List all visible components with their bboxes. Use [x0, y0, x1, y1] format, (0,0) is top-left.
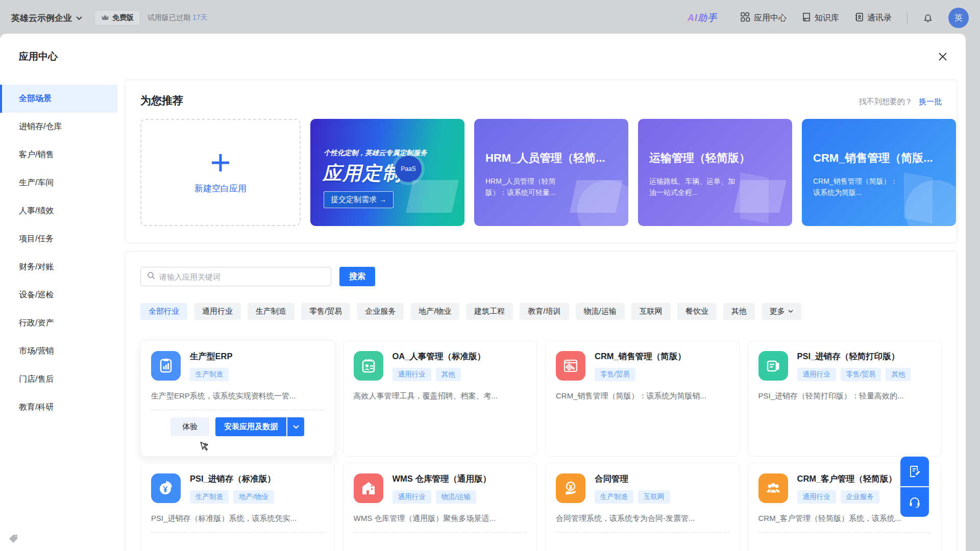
app-card-oa-hr[interactable]: OA_人事管理（标准版） 通用行业 其他 高效人事管理工具，覆盖招聘、档案、考.…: [343, 340, 537, 457]
sidebar-item-finance[interactable]: 财务/对账: [0, 253, 117, 281]
modal-title: 应用中心: [19, 50, 58, 63]
sidebar-item-hr[interactable]: 人事/绩效: [0, 197, 117, 225]
filter-construction[interactable]: 建筑工程: [466, 303, 513, 320]
app-tag: 企业服务: [841, 490, 879, 504]
floating-help-widget: [900, 457, 929, 517]
app-card-grid: 生产型ERP 生产制造 生产型ERP系统，该系统实现资料统一管... 体验 安装…: [140, 340, 942, 551]
card-divider: [354, 532, 527, 533]
nav-knowledge-base[interactable]: 知识库: [802, 12, 839, 24]
sidebar-item-customer-sales[interactable]: 客户/销售: [0, 141, 117, 169]
custom-app-banner[interactable]: 个性化定制，英雄云专属定制服务 应用定制 提交定制需求 → PaaS: [310, 119, 464, 226]
filter-all-industries[interactable]: 全部行业: [140, 303, 187, 320]
app-card-contract[interactable]: 合同管理 生产制造 互联网 合同管理系统，该系统专为合同-发票管...: [545, 463, 740, 551]
app-name: 生产型ERP: [190, 351, 232, 362]
app-tag: 生产制造: [595, 490, 633, 504]
filter-internet[interactable]: 互联网: [631, 303, 671, 320]
hand-coin-icon: [556, 473, 585, 503]
banner-decoration: [406, 180, 459, 213]
contacts-book-icon: [854, 12, 864, 24]
sidebar-item-production[interactable]: 生产/车间: [0, 169, 117, 197]
app-desc: 生产型ERP系统，该系统实现资料统一管...: [151, 391, 324, 401]
feedback-form-button[interactable]: [900, 457, 929, 486]
app-card-psi-print[interactable]: PSI_进销存（轻简打印版） 通用行业 零售/贸易 其他 PSI_进销存（轻简打…: [748, 340, 942, 457]
transport-banner-title: 运输管理（轻简版）: [649, 151, 784, 166]
filter-logistics[interactable]: 物流/运输: [576, 303, 625, 320]
filter-other[interactable]: 其他: [723, 303, 755, 320]
sidebar-item-project[interactable]: 项目/任务: [0, 225, 117, 253]
book-icon: [802, 12, 811, 24]
warehouse-house-icon: [354, 473, 383, 503]
chevron-down-icon: [788, 310, 793, 313]
app-card-wms[interactable]: WMS 仓库管理（通用版） 通用行业 物流/运输 WMS 仓库管理（通用版）聚焦…: [343, 463, 537, 551]
sidebar-item-all-scenes[interactable]: 全部场景: [0, 85, 117, 113]
transport-banner[interactable]: 运输管理（轻简版） 运输路线、车辆、运单、加油一站式全程...: [638, 119, 792, 226]
corner-tag-icon[interactable]: [8, 534, 19, 546]
filter-more-dropdown[interactable]: 更多: [762, 303, 801, 320]
app-tag: 互联网: [638, 490, 670, 504]
search-box[interactable]: [140, 267, 331, 286]
sidebar-item-education[interactable]: 教育/科研: [0, 393, 117, 421]
app-card-crm-sales[interactable]: CRM_销售管理（简版） 零售/贸易 CRM_销售管理（简版）：该系统为简版销.…: [545, 340, 740, 457]
app-name: 合同管理: [595, 473, 670, 485]
app-tag: 其他: [886, 368, 911, 381]
filter-retail-trade[interactable]: 零售/贸易: [301, 303, 350, 320]
filter-real-estate[interactable]: 地产/物业: [410, 303, 459, 320]
app-name: CRM_客户管理（轻简版）: [797, 473, 897, 485]
try-button[interactable]: 体验: [170, 417, 209, 436]
hrm-banner-title: HRM_人员管理（轻简...: [485, 151, 620, 166]
change-batch-link[interactable]: 换一批: [919, 97, 942, 106]
new-blank-app-label: 新建空白应用: [194, 183, 247, 194]
app-name: WMS 仓库管理（通用版）: [393, 473, 491, 485]
install-options-caret[interactable]: [286, 417, 304, 436]
filter-catering[interactable]: 餐饮业: [677, 303, 717, 320]
trial-status: 试用版已过期 17天: [148, 13, 207, 22]
calendar-person-icon: [354, 351, 383, 381]
app-desc: 高效人事管理工具，覆盖招聘、档案、考...: [354, 391, 527, 401]
sidebar-item-marketing[interactable]: 市场/营销: [0, 337, 117, 365]
app-desc: 合同管理系统，该系统专为合同-发票管...: [556, 514, 729, 523]
close-icon[interactable]: [935, 49, 950, 64]
customer-service-button[interactable]: [900, 487, 929, 517]
app-tag: 通用行业: [393, 490, 431, 504]
plan-badge-label: 免费版: [112, 13, 134, 22]
app-list-panel: 搜索 全部行业 通用行业 生产制造 零售/贸易 企业服务 地产/物业 建筑工程 …: [125, 251, 958, 551]
app-name: CRM_销售管理（简版）: [595, 351, 686, 362]
app-tag: 生产制造: [190, 368, 229, 381]
ai-assistant-button[interactable]: AI助手: [688, 12, 717, 24]
app-desc: WMS 仓库管理（通用版）聚焦多场景适...: [354, 514, 527, 523]
app-tag: 通用行业: [797, 490, 836, 504]
plan-badge[interactable]: 免费版: [94, 10, 140, 26]
company-name: 英雄云示例企业: [11, 12, 72, 24]
sidebar-item-psi-warehouse[interactable]: 进销存/仓库: [0, 113, 117, 141]
search-button[interactable]: 搜索: [339, 267, 375, 286]
app-name: OA_人事管理（标准版）: [393, 351, 485, 362]
filter-education[interactable]: 教育/培训: [520, 303, 569, 320]
sidebar-item-admin-assets[interactable]: 行政/资产: [0, 309, 117, 337]
crm-banner-desc: CRM_销售管理（简版）：该系统为简版...: [813, 176, 900, 198]
sidebar-item-store-aftersale[interactable]: 门店/售后: [0, 365, 117, 393]
recommend-title: 为您推荐: [140, 93, 183, 108]
user-avatar[interactable]: 英: [948, 8, 969, 28]
filter-enterprise-service[interactable]: 企业服务: [357, 303, 404, 320]
custom-banner-title: 应用定制: [323, 161, 402, 186]
search-input[interactable]: [159, 272, 325, 281]
crm-sales-banner[interactable]: CRM_销售管理（简版... CRM_销售管理（简版）：该系统为简版...: [802, 119, 956, 226]
nav-app-center[interactable]: 应用中心: [741, 12, 787, 24]
paas-gear-icon: PaaS: [395, 156, 422, 182]
new-blank-app-card[interactable]: 新建空白应用: [140, 119, 301, 226]
hrm-banner[interactable]: HRM_人员管理（轻简... HRM_人员管理（轻简版）：该系统可轻量...: [474, 119, 628, 226]
company-switcher[interactable]: 英雄云示例企业: [11, 12, 82, 24]
app-card-erp[interactable]: 生产型ERP 生产制造 生产型ERP系统，该系统实现资料统一管... 体验 安装…: [140, 340, 335, 457]
submit-custom-request-button[interactable]: 提交定制需求 →: [324, 191, 394, 208]
app-name: PSI_进销存（标准版）: [190, 473, 276, 485]
filter-general[interactable]: 通用行业: [194, 303, 241, 320]
notification-bell-icon[interactable]: [923, 13, 933, 23]
install-app-data-button[interactable]: 安装应用及数据: [215, 417, 286, 436]
nav-contacts[interactable]: 通讯录: [854, 12, 892, 24]
sidebar-item-equipment[interactable]: 设备/巡检: [0, 281, 117, 309]
filter-manufacturing[interactable]: 生产制造: [248, 303, 295, 320]
industry-filter-row: 全部行业 通用行业 生产制造 零售/贸易 企业服务 地产/物业 建筑工程 教育/…: [140, 303, 942, 320]
app-card-psi-standard[interactable]: PSI_进销存（标准版） 生产制造 地产/物业 PSI_进销存（标准版）系统，该…: [140, 463, 335, 551]
app-tag: 零售/贸易: [841, 368, 881, 381]
app-tag: 通用行业: [393, 368, 431, 381]
